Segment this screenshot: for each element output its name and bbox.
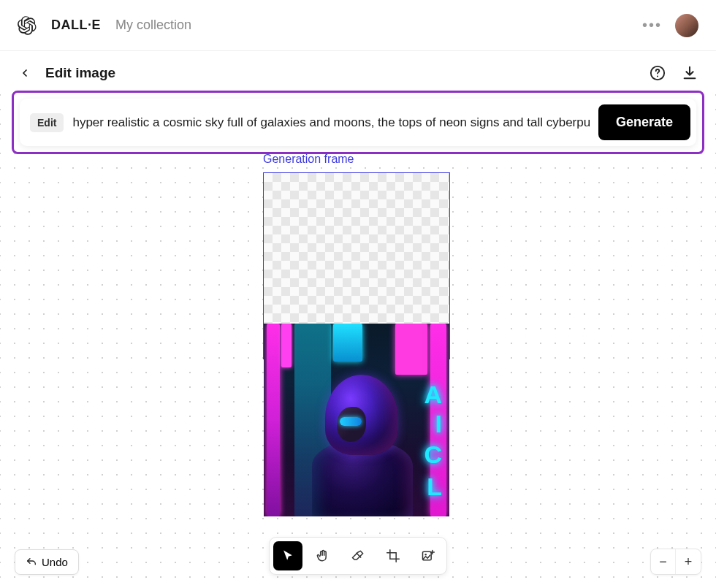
more-menu-icon[interactable]: ••• xyxy=(642,17,662,34)
generate-button[interactable]: Generate xyxy=(598,104,690,140)
app-header: DALL·E My collection ••• xyxy=(0,0,716,51)
eraser-icon xyxy=(351,549,365,563)
neon-letter: L xyxy=(427,473,442,501)
figure-glasses xyxy=(340,417,362,426)
canvas-area: Edit image Edit Generate Generation fram… xyxy=(0,51,716,588)
zoom-controls: − + xyxy=(650,549,701,575)
zoom-in-button[interactable]: + xyxy=(676,549,701,574)
tool-strip xyxy=(269,537,447,575)
erase-tool-button[interactable] xyxy=(343,541,373,570)
neon-scene-art: A I C L xyxy=(264,324,449,516)
neon-sign-top-cyan xyxy=(333,324,362,362)
undo-icon xyxy=(26,557,37,568)
download-icon[interactable] xyxy=(681,64,698,82)
neon-sign-left xyxy=(267,324,280,516)
page-toolbar: Edit image xyxy=(0,51,716,88)
brand-name: DALL·E xyxy=(51,18,101,33)
help-icon[interactable] xyxy=(649,64,666,82)
prompt-bar: Edit Generate xyxy=(20,99,696,146)
neon-letter: C xyxy=(424,440,442,469)
toolbar-right xyxy=(649,64,698,82)
avatar[interactable] xyxy=(675,14,698,37)
prompt-input[interactable] xyxy=(72,115,590,130)
undo-button[interactable]: Undo xyxy=(15,549,79,575)
svg-point-3 xyxy=(424,554,427,556)
svg-point-1 xyxy=(657,76,658,77)
zoom-out-button[interactable]: − xyxy=(651,549,676,574)
select-tool-button[interactable] xyxy=(273,541,302,570)
cursor-icon xyxy=(281,549,295,563)
edit-mode-tag[interactable]: Edit xyxy=(30,113,64,132)
neon-sign-right-top xyxy=(395,324,427,375)
neon-sign-left-2 xyxy=(281,324,292,367)
page-title: Edit image xyxy=(45,65,115,81)
undo-label: Undo xyxy=(42,556,68,568)
header-left: DALL·E My collection xyxy=(18,16,191,35)
add-image-icon xyxy=(421,549,435,563)
back-button[interactable] xyxy=(18,66,32,80)
openai-logo-icon xyxy=(18,16,37,35)
neon-letter: I xyxy=(435,410,442,438)
header-right: ••• xyxy=(642,14,698,37)
hand-icon xyxy=(316,549,330,563)
toolbar-left: Edit image xyxy=(18,65,115,81)
prompt-highlight-box: Edit Generate xyxy=(12,91,704,154)
neon-letter: A xyxy=(424,381,442,409)
existing-image[interactable]: A I C L xyxy=(264,324,449,516)
crop-tool-button[interactable] xyxy=(378,541,408,570)
nav-my-collection[interactable]: My collection xyxy=(115,18,191,33)
crop-icon xyxy=(386,549,400,563)
add-image-tool-button[interactable] xyxy=(414,541,443,570)
generation-frame-label: Generation frame xyxy=(263,153,354,166)
hooded-figure xyxy=(305,375,414,516)
pan-tool-button[interactable] xyxy=(308,541,338,570)
